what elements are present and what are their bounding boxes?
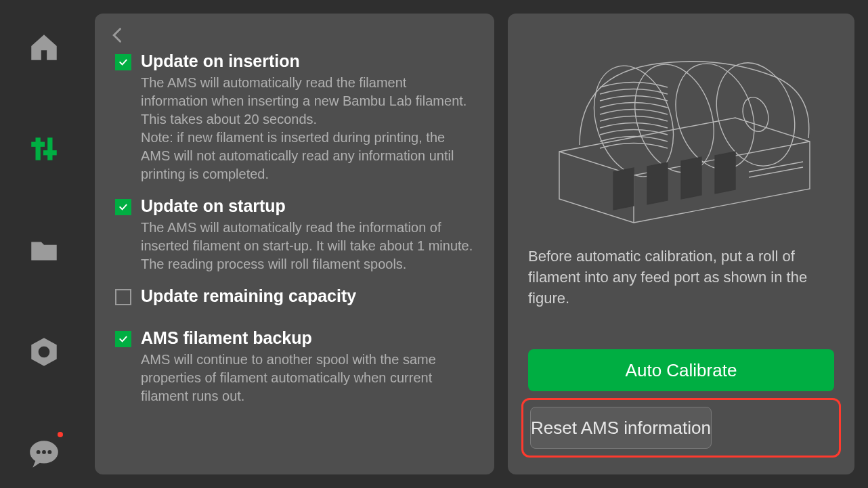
options-panel: Update on insertion The AMS will automat… (95, 14, 494, 474)
calibration-panel: Before automatic calibration, put a roll… (508, 14, 854, 474)
folder-icon (27, 234, 61, 267)
svg-rect-0 (36, 137, 41, 160)
nav-adjust[interactable] (24, 129, 64, 169)
ams-device-icon (532, 37, 830, 226)
nav-home[interactable] (24, 27, 64, 68)
svg-point-10 (739, 94, 773, 135)
svg-rect-3 (43, 150, 57, 155)
reset-ams-button[interactable]: Reset AMS information (530, 407, 712, 449)
nav-files[interactable] (24, 230, 64, 271)
option-title: Update remaining capacity (141, 286, 474, 306)
checkbox-ams-filament-backup[interactable] (115, 331, 131, 347)
option-update-remaining-capacity: Update remaining capacity (115, 286, 474, 309)
chevron-left-icon (108, 23, 127, 47)
hex-nut-icon (27, 335, 61, 369)
option-update-on-startup: Update on startup The AMS will automatic… (115, 196, 474, 273)
svg-point-12 (622, 54, 726, 183)
ams-illustration (528, 31, 834, 234)
option-ams-filament-backup: AMS filament backup AMS will continue to… (115, 328, 474, 405)
check-icon (118, 334, 129, 345)
check-icon (118, 202, 129, 213)
check-icon (118, 57, 129, 68)
svg-line-15 (749, 167, 803, 177)
calibration-caption: Before automatic calibration, put a roll… (528, 246, 834, 309)
sidebar (0, 0, 88, 488)
checkbox-update-on-insertion[interactable] (115, 54, 131, 70)
option-description: The AMS will automatically read the info… (141, 219, 474, 273)
reset-highlight: Reset AMS information (521, 398, 841, 458)
option-update-on-insertion: Update on insertion The AMS will automat… (115, 51, 474, 183)
main-content: Update on insertion The AMS will automat… (88, 0, 868, 488)
svg-rect-1 (31, 142, 45, 147)
svg-rect-2 (47, 137, 52, 160)
svg-point-6 (37, 450, 41, 454)
auto-calibrate-button[interactable]: Auto Calibrate (528, 349, 834, 391)
back-button[interactable] (108, 23, 127, 50)
checkbox-update-remaining-capacity[interactable] (115, 289, 131, 305)
chat-bubble-icon (27, 437, 61, 470)
nav-chat[interactable] (24, 433, 64, 474)
svg-point-8 (47, 450, 51, 454)
option-title: Update on startup (141, 196, 474, 216)
svg-point-7 (42, 450, 46, 454)
nav-settings[interactable] (24, 332, 64, 372)
sliders-icon (27, 132, 61, 166)
option-description: AMS will continue to another spool with … (141, 351, 474, 405)
home-icon (27, 30, 61, 64)
notification-dot (58, 432, 63, 437)
checkbox-update-on-startup[interactable] (115, 199, 131, 215)
svg-point-4 (39, 347, 50, 358)
option-title: AMS filament backup (141, 328, 474, 348)
option-description: The AMS will automatically read the fila… (141, 74, 474, 183)
option-title: Update on insertion (141, 51, 474, 71)
svg-point-13 (581, 56, 687, 187)
